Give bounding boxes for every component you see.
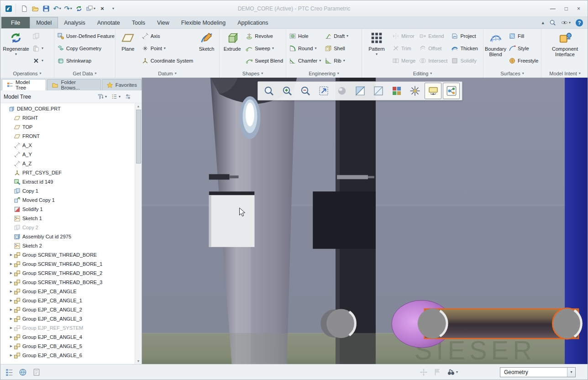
user-defined-feature-button[interactable]: User-Defined Feature <box>56 30 116 42</box>
pattern-button[interactable]: Pattern ▾ <box>363 30 390 56</box>
tree-scrollbar[interactable]: ▲ ▼ <box>135 103 142 364</box>
project-button[interactable]: Project <box>450 30 479 42</box>
fill-button[interactable]: Fill <box>507 30 540 42</box>
suspend-flag-button[interactable] <box>433 368 441 376</box>
tree-item[interactable]: A_Z <box>0 159 142 168</box>
refit-button[interactable] <box>315 83 332 99</box>
tree-item[interactable]: A_Y <box>0 150 142 159</box>
tree-item[interactable]: ▶Group EJP_CB_ANGLE <box>0 287 142 296</box>
graphics-area[interactable]: SIESER <box>142 78 588 364</box>
chamfer-button[interactable]: Chamfer▾ <box>288 54 322 67</box>
expand-arrow-icon[interactable]: ▶ <box>9 290 14 293</box>
tree-item[interactable]: Moved Copy 1 <box>0 195 142 205</box>
point-button[interactable]: Point▾ <box>140 42 195 54</box>
tree-item[interactable]: FRONT <box>0 132 142 141</box>
tab-tools[interactable]: Tools <box>126 17 151 28</box>
group-footer-shapes[interactable]: Shapes▾ <box>220 69 286 78</box>
paste-button[interactable]: ▾ <box>31 42 45 54</box>
round-button[interactable]: Round▾ <box>288 42 322 54</box>
view-manager-button[interactable] <box>443 83 460 99</box>
csys-display-button[interactable] <box>370 83 387 99</box>
tree-item[interactable]: ▶Group EJP_REF_SYSTEM <box>0 323 142 332</box>
tree-item[interactable]: Sketch 1 <box>0 214 142 223</box>
tree-item[interactable]: ▶Group SCREW_THREAD_BORE <box>0 250 142 259</box>
panel-toggle-button[interactable] <box>32 368 41 376</box>
freestyle-button[interactable]: Freestyle <box>507 54 540 67</box>
rib-button[interactable]: Rib▾ <box>323 54 350 67</box>
selection-filter-combo[interactable]: Geometry ▾ <box>500 367 576 377</box>
group-footer-surfaces[interactable]: Surfaces▾ <box>483 69 541 78</box>
axis-button[interactable]: Axis <box>140 30 195 42</box>
revolve-button[interactable]: Revolve <box>244 30 284 42</box>
merge-button[interactable]: Merge <box>391 54 417 67</box>
tree-item[interactable]: Copy 2 <box>0 223 142 232</box>
tree-item[interactable]: PRT_CSYS_DEF <box>0 168 142 177</box>
model-white-face[interactable] <box>209 191 255 247</box>
maximize-button[interactable]: □ <box>565 6 568 11</box>
regenerate-small-button[interactable] <box>74 3 84 14</box>
expand-arrow-icon[interactable]: ▶ <box>9 299 14 302</box>
datum-display-filters-button[interactable] <box>406 83 423 99</box>
group-footer-engineering[interactable]: Engineering▾ <box>286 69 362 78</box>
tree-item[interactable]: Sketch 2 <box>0 241 142 250</box>
swept-blend-button[interactable]: Swept Blend <box>244 54 284 67</box>
expand-arrow-icon[interactable]: ▶ <box>9 253 14 257</box>
tree-item[interactable]: ▶Group EJP_CB_ANGLE_5 <box>0 342 142 351</box>
expand-arrow-icon[interactable]: ▶ <box>9 344 14 348</box>
window-switch-button[interactable]: ▾ <box>85 3 96 14</box>
chevron-down-icon[interactable]: ▾ <box>567 368 575 377</box>
minimize-ribbon-button[interactable]: ▴ <box>541 20 544 26</box>
redo-button[interactable]: ↷▾ <box>63 3 73 14</box>
extend-button[interactable]: Extend <box>418 30 449 42</box>
close-window-button[interactable]: × <box>97 3 107 14</box>
datum-plane-display-button[interactable] <box>352 83 368 99</box>
tree-item[interactable]: ▶Group EJP_CB_ANGLE_3 <box>0 314 142 323</box>
shell-button[interactable]: Shell <box>323 42 350 54</box>
tree-settings-button[interactable] <box>125 93 131 100</box>
intersect-button[interactable]: Intersect <box>418 54 449 67</box>
creo-logo-button[interactable] <box>4 3 16 14</box>
display-visibility-button[interactable]: ▾ <box>561 19 571 26</box>
find-tool-button[interactable]: ▾ <box>447 368 458 376</box>
group-footer-get-data[interactable]: Get Data▾ <box>54 69 115 78</box>
panel-tab-favorites[interactable]: Favorites <box>102 79 142 90</box>
zoom-region-button[interactable] <box>260 83 277 99</box>
tab-analysis[interactable]: Analysis <box>58 17 91 28</box>
expand-arrow-icon[interactable]: ▶ <box>9 280 14 284</box>
draft-button[interactable]: Draft▾ <box>323 30 350 42</box>
offset-button[interactable]: Offset <box>418 42 449 54</box>
sketch-button[interactable]: Sketch <box>195 30 218 52</box>
annotation-display-button[interactable] <box>425 83 441 99</box>
boundary-blend-button[interactable]: Boundary Blend <box>485 30 506 57</box>
minimize-button[interactable]: — <box>550 6 556 11</box>
tree-item[interactable]: ▶Group EJP_CB_ANGLE_4 <box>0 332 142 342</box>
coordinate-system-button[interactable]: Coordinate System <box>140 54 195 67</box>
expand-arrow-icon[interactable]: ▶ <box>9 271 14 275</box>
new-file-button[interactable] <box>19 3 29 14</box>
mirror-button[interactable]: Mirror <box>391 30 417 42</box>
tree-item[interactable]: TOP <box>0 122 142 132</box>
tree-display-options-button[interactable]: ▾ <box>111 93 121 100</box>
panel-tab-folder-brows[interactable]: Folder Brows... <box>47 79 100 90</box>
tab-annotate[interactable]: Annotate <box>91 17 126 28</box>
tree-item[interactable]: Copy 1 <box>0 186 142 195</box>
appearance-gallery-button[interactable] <box>388 83 405 99</box>
scroll-up-icon[interactable]: ▲ <box>137 103 140 109</box>
tree-filter-button[interactable]: ▾ <box>97 93 107 100</box>
command-search-button[interactable] <box>549 19 556 26</box>
sweep-button[interactable]: Sweep▾ <box>244 42 284 54</box>
group-footer-datum[interactable]: Datum▾ <box>116 69 219 78</box>
web-browser-toggle-button[interactable] <box>19 368 27 376</box>
expand-arrow-icon[interactable]: ▶ <box>9 354 14 357</box>
expand-arrow-icon[interactable]: ▶ <box>9 326 14 330</box>
model-tree-toggle-button[interactable] <box>5 368 13 376</box>
tree-item[interactable]: Solidify 1 <box>0 205 142 214</box>
help-button[interactable]: ? <box>576 19 583 26</box>
thicken-button[interactable]: Thicken <box>450 42 479 54</box>
undo-button[interactable]: ↶▾ <box>52 3 62 14</box>
tree-item[interactable]: Assembly Cut id 2975 <box>0 232 142 241</box>
display-style-button[interactable] <box>333 83 350 99</box>
solidify-button[interactable]: Solidify <box>450 54 479 67</box>
extrude-button[interactable]: Extrude <box>221 30 243 52</box>
tab-model[interactable]: Model <box>30 17 58 28</box>
